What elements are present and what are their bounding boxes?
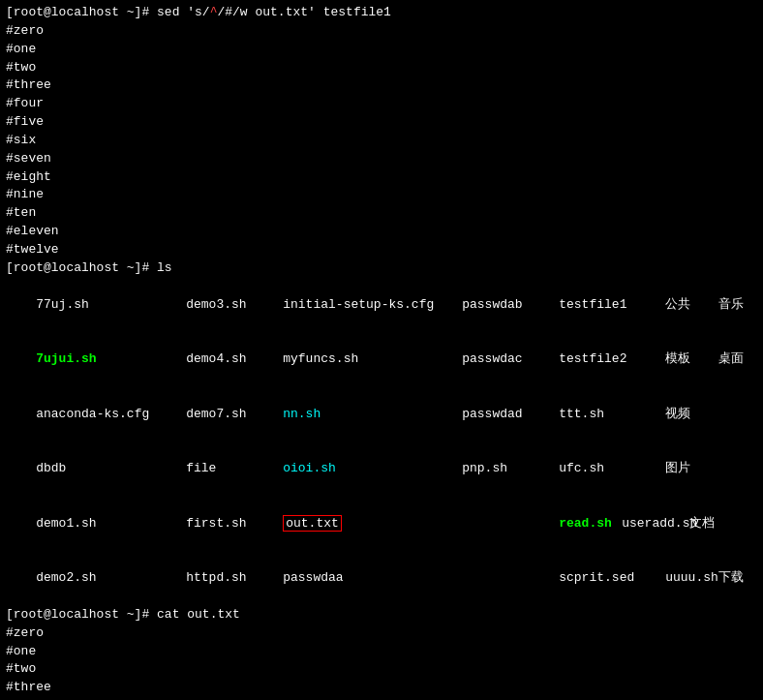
ls-command: ls [157,260,172,275]
ls-row-4: dbdbfileoioi.shpnp.shufc.sh图片 [6,441,757,497]
line-sed-cmd: [root@localhost ~]# sed 's/^/#/w out.txt… [6,4,757,22]
output-ten-1: #ten [6,204,757,223]
ls-col2-r1: demo3.sh [186,296,283,315]
output-seven-1: #seven [6,150,757,168]
ls-col2-r3: demo7.sh [186,406,283,424]
output-eight-1: #eight [6,168,757,187]
ls-row-1: 77uj.shdemo3.shinitial-setup-ks.cfgpassw… [6,278,757,333]
output-zero-2: #zero [6,624,757,643]
out-txt-box: out.txt [283,515,342,532]
ls-col5-r2: testfile2 [559,350,665,369]
ls-col2-r4: file [186,460,283,478]
output-four-1: #four [6,95,757,113]
ls-col5-r1: testfile1 [559,296,665,315]
ls-col3-r3: nn.sh [283,406,462,424]
prompt-3: [root@localhost ~]# [6,607,157,622]
ls-col6-r4: 图片 [665,460,718,478]
ls-col4-r1: passwdab [462,296,559,315]
output-two-2: #two [6,660,757,679]
ls-col5-r6: scprit.sed [559,569,665,588]
output-six-1: #six [6,132,757,150]
ls-col7-r1: 音乐 [718,296,744,315]
output-zero-1: #zero [6,22,757,41]
ls-col4-r2: passwdac [462,350,559,369]
output-two-1: #two [6,59,757,77]
ls-col3-r2: myfuncs.sh [283,350,462,369]
ls-col1-r5: demo1.sh [36,515,186,533]
output-five-1: #five [6,113,757,132]
ls-col6-r5: useradd.sh [622,515,689,533]
output-one-2: #one [6,643,757,661]
output-eleven-1: #eleven [6,223,757,241]
ls-col1-r1: 77uj.sh [36,296,186,315]
ls-col1-r3: anaconda-ks.cfg [36,406,186,424]
ls-col5-r5: read.sh [559,515,622,533]
output-three-1: #three [6,76,757,95]
ls-col7-r5: 文档 [689,515,715,533]
ls-col5-r4: ufc.sh [559,460,665,478]
ls-col4-r3: passwdad [462,406,559,424]
ls-row-5: demo1.shfirst.shout.txtread.shuseradd.sh… [6,497,757,552]
ls-col1-r6: demo2.sh [36,569,186,588]
ls-col2-r2: demo4.sh [186,350,283,369]
ls-col1-r2: 7ujui.sh [36,350,186,369]
cat-command: cat out.txt [157,607,240,622]
output-twelve-1: #twelve [6,241,757,259]
line-ls-cmd: [root@localhost ~]# ls [6,259,757,278]
ls-col7-r6: 下载 [718,569,744,588]
ls-col6-r1: 公共 [665,296,718,315]
prompt: [root@localhost ~]# [6,5,157,19]
line-cat-cmd: [root@localhost ~]# cat out.txt [6,606,757,624]
ls-col6-r6: uuuu.sh [665,569,718,588]
ls-col2-r6: httpd.sh [186,569,283,588]
ls-col7-r2: 桌面 [718,350,744,369]
ls-col3-r5: out.txt [283,515,462,533]
ls-col3-r4: oioi.sh [283,460,462,478]
ls-col6-r3: 视频 [665,406,718,424]
ls-row-6: demo2.shhttpd.shpasswdaascprit.seduuuu.s… [6,551,757,606]
ls-row-3: anaconda-ks.cfgdemo7.shnn.shpasswdadttt.… [6,387,757,442]
output-nine-1: #nine [6,186,757,204]
terminal: [root@localhost ~]# sed 's/^/#/w out.txt… [0,0,763,700]
ls-col5-r3: ttt.sh [559,406,665,424]
ls-row-2: 7ujui.shdemo4.shmyfuncs.shpasswdactestfi… [6,332,757,387]
ls-col3-r1: initial-setup-ks.cfg [283,296,462,315]
output-one-1: #one [6,41,757,59]
ls-col3-r6: passwdaa [283,569,462,588]
ls-col2-r5: first.sh [186,515,283,533]
ls-col1-r4: dbdb [36,460,186,478]
output-three-2: #three [6,679,757,697]
sed-command: sed 's/ [157,5,210,19]
ls-col6-r2: 模板 [665,350,718,369]
ls-col4-r4: pnp.sh [462,460,559,478]
prompt-2: [root@localhost ~]# [6,260,157,275]
sed-command-2: /#/w out.txt' testfile1 [217,5,390,19]
